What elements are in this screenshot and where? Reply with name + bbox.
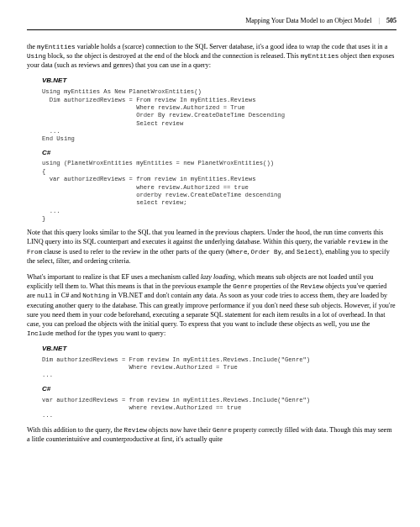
term-lazy-loading: lazy loading	[201, 273, 234, 281]
text: objects now have their	[147, 426, 213, 434]
text: , and	[281, 248, 297, 256]
page-number: 505	[386, 17, 396, 24]
text: properties of the	[252, 282, 301, 290]
text: variable holds a (scarce) connection to …	[76, 43, 388, 50]
text: method for the types you want to query:	[54, 329, 165, 337]
code-nothing: Nothing	[82, 292, 109, 299]
code-from: From	[27, 249, 42, 256]
paragraph-closing: With this addition to the query, the Rev…	[27, 425, 396, 444]
paragraph-note: Note that this query looks similar to th…	[27, 228, 396, 266]
code-myentities: myEntities	[37, 44, 76, 50]
text: in the	[370, 238, 387, 245]
lang-label-cs-2: C#	[42, 385, 396, 394]
text: Note that this query looks similar to th…	[27, 229, 383, 245]
page-container: Mapping Your Data Model to an Object Mod…	[0, 0, 420, 467]
text: clause is used to refer to the review in…	[42, 248, 228, 256]
header-separator: |	[378, 17, 380, 24]
text: What's important to realize is that EF u…	[27, 273, 201, 281]
code-include: Include	[27, 330, 54, 337]
header-title: Mapping Your Data Model to an Object Mod…	[245, 17, 371, 24]
text: the	[27, 43, 37, 50]
code-block-cs-2: var authorizedReviews = from review in m…	[42, 397, 396, 420]
paragraph-intro: the myEntities variable holds a (scarce)…	[27, 42, 396, 71]
paragraph-lazyloading: What's important to realize is that EF u…	[27, 272, 396, 338]
code-using: Using	[27, 53, 46, 60]
code-genre-2: Genre	[213, 427, 232, 434]
code-review-2: Review	[301, 283, 323, 290]
code-where: Where	[228, 249, 248, 256]
code-block-vb-2: Dim authorizedReviews = From review In m…	[42, 356, 396, 380]
code-review: review	[348, 239, 370, 245]
code-review-3: Review	[124, 427, 147, 434]
lang-label-vbnet-2: VB.NET	[42, 345, 396, 354]
page-header: Mapping Your Data Model to an Object Mod…	[27, 17, 396, 30]
text: in C# and	[52, 292, 82, 299]
code-block-cs-1: using (PlanetWroxEntities myEntities = n…	[42, 160, 396, 223]
code-myentities-2: myEntities	[301, 53, 339, 60]
code-block-vb-1: Using myEntities As New PlanetWroxEntiti…	[42, 88, 396, 144]
code-orderby: Order By	[251, 249, 281, 256]
code-select: Select	[297, 249, 319, 256]
text: block, so the object is destroyed at the…	[46, 52, 301, 60]
code-genre: Genre	[233, 283, 252, 290]
text: With this addition to the query, the	[27, 426, 124, 434]
lang-label-vbnet-1: VB.NET	[42, 76, 396, 86]
lang-label-cs-1: C#	[42, 149, 396, 158]
code-null: null	[37, 292, 52, 299]
